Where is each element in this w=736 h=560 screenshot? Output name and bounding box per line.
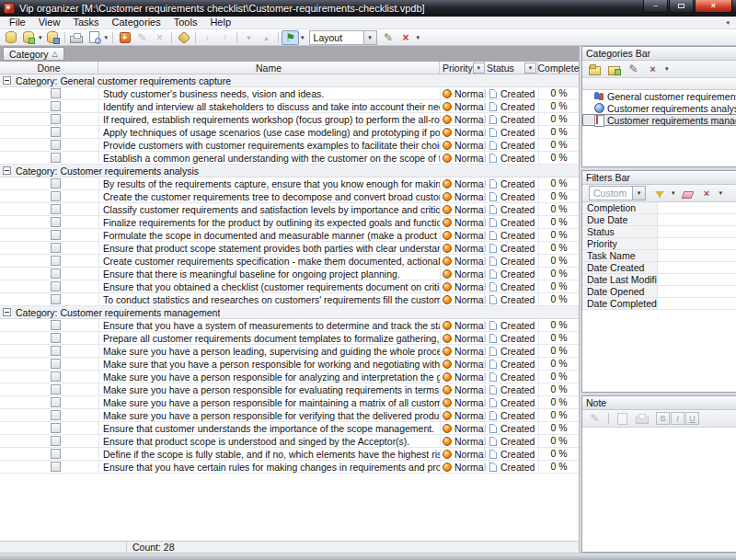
task-row[interactable]: Prepare all customer requirements docume… (0, 332, 579, 345)
format-u-button[interactable]: U (685, 412, 699, 425)
layout-select-dropdown-icon[interactable]: ▾ (301, 34, 305, 41)
task-done-checkbox[interactable] (51, 88, 61, 98)
categories-overflow-icon[interactable]: ▾ (665, 65, 669, 73)
filter-value-field[interactable] (658, 226, 736, 237)
task-row[interactable]: Make sure you have a person responsible … (0, 409, 579, 422)
task-row[interactable]: Ensure that there is meaningful baseline… (0, 268, 579, 280)
menu-item-tasks[interactable]: Tasks (66, 17, 105, 29)
task-done-checkbox[interactable] (51, 191, 61, 201)
column-header-complete[interactable]: Complete (538, 62, 579, 74)
task-row[interactable]: Classify customer requirements and satis… (0, 203, 579, 216)
task-row[interactable]: Ensure that customer understands the imp… (0, 422, 579, 435)
task-done-checkbox[interactable] (51, 346, 61, 356)
task-done-checkbox[interactable] (51, 449, 61, 459)
group-by-category-chip[interactable]: Category △ (3, 47, 64, 61)
save-layout-icon[interactable]: ✎ (380, 30, 397, 45)
print-preview-icon[interactable] (86, 30, 103, 45)
task-done-checkbox[interactable] (51, 230, 61, 240)
task-row[interactable]: Make sure you have a person responsible … (0, 396, 579, 409)
task-row[interactable]: Study customer's business needs, vision … (0, 87, 579, 100)
task-row[interactable]: Provide customers with customer requirem… (0, 139, 579, 152)
open-database-icon[interactable] (19, 30, 37, 45)
task-row[interactable]: By results of the requirements capture, … (0, 177, 579, 190)
maximize-button[interactable] (669, 0, 694, 13)
edit-category-icon[interactable]: ✎ (625, 62, 642, 76)
task-done-checkbox[interactable] (51, 320, 61, 330)
task-done-checkbox[interactable] (51, 436, 61, 446)
task-done-checkbox[interactable] (51, 243, 61, 253)
print-preview-dropdown-icon[interactable]: ▾ (105, 34, 109, 41)
task-row[interactable]: Ensure that you have certain rules for m… (0, 461, 579, 474)
filter-value-field[interactable] (658, 214, 736, 225)
task-row[interactable]: Make sure that you have a person respons… (0, 358, 579, 371)
menu-item-file[interactable]: File (3, 17, 32, 29)
collapse-group-icon[interactable] (3, 308, 11, 316)
filter-preset-combo[interactable]: Custom ▾ (589, 186, 646, 200)
task-done-checkbox[interactable] (51, 333, 61, 343)
close-button[interactable]: × (695, 0, 732, 13)
task-done-checkbox[interactable] (51, 204, 61, 214)
column-header-status[interactable]: Status ▼ (484, 62, 538, 74)
close-filter-icon[interactable]: × (698, 186, 716, 200)
collapse-group-icon[interactable] (3, 166, 11, 175)
column-header-done[interactable]: Done (0, 62, 98, 74)
task-row[interactable]: Ensure that you have a system of measure… (0, 319, 579, 332)
task-done-checkbox[interactable] (51, 462, 61, 472)
task-done-checkbox[interactable] (51, 410, 61, 420)
task-row[interactable]: Ensure that product scope is understood … (0, 435, 579, 448)
filters-overflow-icon[interactable]: ▾ (719, 189, 723, 197)
task-done-checkbox[interactable] (51, 384, 61, 394)
column-header-name[interactable]: Name (98, 62, 440, 74)
category-list-item[interactable]: Customer requirements analysis1010 (582, 102, 736, 114)
category-group-row[interactable]: Category: General customer requirements … (0, 74, 579, 87)
column-header-priority[interactable]: Priority ▼ (440, 62, 484, 74)
layout-combo[interactable]: Layout▾ (309, 30, 377, 45)
format-b-button[interactable]: B (656, 412, 670, 425)
task-row[interactable]: Establish a common general understanding… (0, 152, 579, 165)
toolbar-overflow-icon[interactable]: ▾ (417, 34, 420, 41)
task-done-checkbox[interactable] (51, 371, 61, 382)
task-row[interactable]: If required, establish requirements work… (0, 113, 579, 126)
delete-category-icon[interactable]: × (644, 62, 661, 76)
task-done-checkbox[interactable] (51, 359, 61, 369)
filter-value-field[interactable] (658, 298, 736, 309)
task-row[interactable]: Ensure that product scope statement prov… (0, 242, 579, 255)
format-i-button[interactable]: I (671, 412, 684, 425)
task-row[interactable]: Make sure you have a person responsible … (0, 383, 579, 396)
task-done-checkbox[interactable] (51, 178, 61, 189)
task-row[interactable]: Create the customer requirements tree to… (0, 190, 579, 203)
task-row[interactable]: Ensure that you obtained a checklist (cu… (0, 280, 579, 293)
filter-value-field[interactable] (658, 202, 736, 213)
menu-item-tools[interactable]: Tools (167, 17, 204, 29)
minimize-button[interactable]: – (643, 0, 668, 13)
priority-filter-dropdown-icon[interactable]: ▼ (473, 63, 485, 74)
note-content[interactable] (582, 428, 736, 552)
print-note-icon[interactable] (633, 411, 650, 426)
apply-filter-icon[interactable] (650, 186, 668, 200)
category-group-row[interactable]: Category: Customer requirements analysis (0, 165, 579, 177)
filter-value-field[interactable] (658, 250, 736, 261)
menu-item-help[interactable]: Help (203, 17, 237, 29)
task-done-checkbox[interactable] (51, 114, 61, 124)
task-row[interactable]: Apply techniques of usage scenarios (use… (0, 126, 579, 139)
status-filter-dropdown-icon[interactable]: ▼ (524, 63, 536, 74)
task-done-checkbox[interactable] (51, 281, 61, 291)
open-database-dropdown-icon[interactable]: ▾ (39, 34, 42, 41)
collapse-group-icon[interactable] (3, 76, 11, 85)
new-category-icon[interactable] (586, 62, 604, 76)
task-row[interactable]: Make sure you have a person leading, sup… (0, 345, 579, 358)
task-row[interactable]: To conduct statistics and researches on … (0, 293, 579, 306)
layout-combo-dropdown-icon[interactable]: ▾ (363, 31, 376, 44)
task-row[interactable]: Make sure you have a person responsible … (0, 371, 579, 383)
insert-note-icon[interactable] (614, 411, 631, 426)
save-database-icon[interactable] (44, 30, 62, 45)
task-done-checkbox[interactable] (51, 140, 61, 150)
task-row[interactable]: Identify and interview all stakeholders … (0, 100, 579, 113)
task-done-checkbox[interactable] (51, 294, 61, 304)
task-done-checkbox[interactable] (51, 423, 61, 433)
filter-value-field[interactable] (658, 286, 736, 297)
edit-note-icon[interactable]: ✎ (586, 411, 604, 426)
task-row[interactable]: Finalize requirements for the product by… (0, 216, 579, 229)
task-row[interactable]: Define if the scope is fully stable, and… (0, 448, 579, 461)
new-database-icon[interactable] (2, 30, 19, 45)
